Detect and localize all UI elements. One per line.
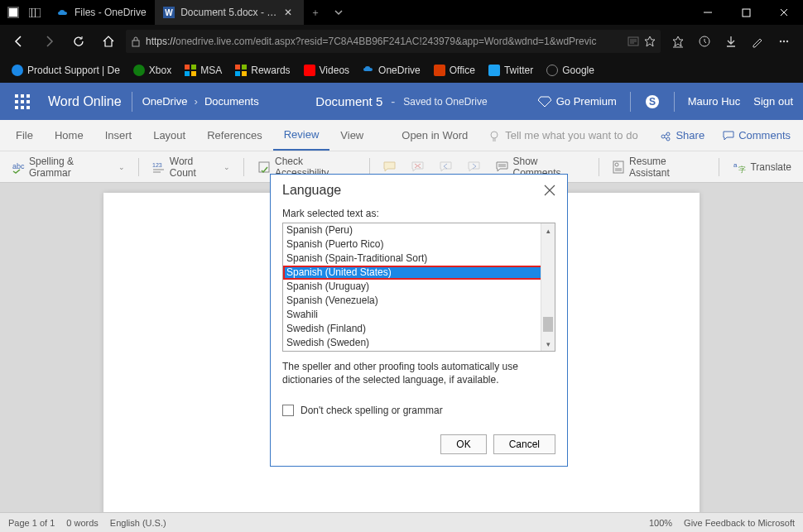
tell-me-input[interactable]: Tell me what you want to do	[478, 129, 647, 141]
scroll-thumb[interactable]	[543, 317, 553, 332]
translate-button[interactable]: a字 Translate	[728, 157, 796, 177]
status-words[interactable]: 0 words	[66, 518, 99, 528]
back-button[interactable]	[7, 29, 31, 54]
go-premium-button[interactable]: Go Premium	[538, 95, 617, 108]
window-titlebar: Files - OneDrive W Document 5.docx - Mic…	[0, 0, 803, 25]
list-item[interactable]: Syriac	[283, 350, 555, 352]
address-bar: https://onedrive.live.com/edit.aspx?resi…	[0, 25, 803, 58]
spelling-button[interactable]: abc Spelling & Grammar⌄	[7, 152, 130, 182]
svg-rect-8	[743, 9, 750, 17]
wordcount-button[interactable]: 123 Word Count⌄	[147, 152, 235, 182]
list-item[interactable]: Spanish (Puerto Rico)	[283, 237, 555, 252]
bookmark-twitter[interactable]: Twitter	[483, 62, 538, 79]
status-zoom[interactable]: 100%	[649, 518, 672, 528]
scrollbar[interactable]: ▴ ▾	[541, 223, 555, 351]
tab-references[interactable]: References	[196, 120, 272, 151]
close-button[interactable]	[765, 0, 803, 25]
tab-chevron-icon[interactable]	[327, 0, 350, 25]
comments-button[interactable]: Comments	[715, 125, 798, 146]
document-title: Document 5 - Saved to OneDrive	[315, 94, 487, 108]
new-tab-button[interactable]: ＋	[304, 0, 327, 25]
list-item[interactable]: Spanish (Venezuela)	[283, 294, 555, 308]
list-item[interactable]: Spanish (Peru)	[283, 223, 555, 237]
bookmark-videos[interactable]: Videos	[299, 62, 354, 79]
favorite-icon[interactable]	[644, 36, 656, 47]
favorites-icon[interactable]	[666, 29, 690, 54]
scroll-down-icon[interactable]: ▾	[541, 337, 555, 351]
tabs-icon[interactable]	[28, 6, 41, 19]
tab-review[interactable]: Review	[273, 120, 330, 151]
svg-text:S: S	[649, 96, 656, 108]
home-button[interactable]	[96, 29, 121, 54]
more-icon[interactable]	[772, 29, 796, 54]
notes-icon[interactable]	[745, 29, 770, 54]
svg-text:W: W	[166, 8, 174, 17]
svg-rect-21	[185, 71, 190, 76]
browser-tab-onedrive[interactable]: Files - OneDrive	[48, 0, 155, 25]
status-page[interactable]: Page 1 of 1	[8, 518, 55, 528]
tab-view[interactable]: View	[329, 120, 374, 151]
list-item[interactable]: Swahili	[283, 308, 555, 322]
forward-button[interactable]	[36, 29, 61, 54]
list-item[interactable]: Spanish (Spain-Traditional Sort)	[283, 252, 555, 266]
tab-layout[interactable]: Layout	[142, 120, 196, 151]
downloads-icon[interactable]	[719, 29, 743, 54]
maximize-button[interactable]	[727, 0, 765, 25]
list-item[interactable]: Swedish (Finland)	[283, 322, 555, 336]
app-name[interactable]: Word Online	[38, 94, 132, 109]
browser-tab-document[interactable]: W Document 5.docx - Mic ✕	[155, 0, 304, 25]
svg-rect-20	[191, 65, 196, 69]
bookmark-msa[interactable]: MSA	[180, 62, 227, 79]
list-item-selected[interactable]: Spanish (United States)	[283, 266, 555, 280]
history-icon[interactable]	[692, 29, 717, 54]
breadcrumb-onedrive[interactable]: OneDrive	[142, 95, 188, 108]
bookmark-label: MSA	[200, 65, 222, 76]
dont-check-row[interactable]: Don't check spelling or grammar	[282, 405, 555, 416]
tab-file[interactable]: File	[5, 120, 44, 151]
bulb-icon	[488, 130, 500, 141]
new-comment-icon	[383, 161, 397, 174]
bookmark-google[interactable]: Google	[541, 62, 599, 79]
status-language[interactable]: English (U.S.)	[110, 518, 166, 528]
list-item[interactable]: Spanish (Uruguay)	[283, 280, 555, 294]
language-listbox[interactable]: Spanish (Peru) Spanish (Puerto Rico) Spa…	[282, 223, 555, 352]
titlebar-left	[0, 6, 41, 19]
tab-insert[interactable]: Insert	[94, 120, 143, 151]
bookmark-product-support[interactable]: Product Support | De	[7, 62, 125, 79]
share-button[interactable]: Share	[652, 125, 712, 146]
tab-close-icon[interactable]: ✕	[284, 7, 296, 18]
ok-button[interactable]: OK	[440, 434, 486, 454]
tab-home[interactable]: Home	[44, 120, 94, 151]
bookmark-onedrive[interactable]: OneDrive	[358, 62, 426, 79]
reader-icon[interactable]	[627, 36, 639, 47]
user-name[interactable]: Mauro Huc	[688, 95, 741, 108]
scroll-up-icon[interactable]: ▴	[541, 223, 555, 237]
list-item[interactable]: Swedish (Sweden)	[283, 336, 555, 350]
minimize-button[interactable]	[689, 0, 727, 25]
app-launcher-icon[interactable]	[7, 94, 38, 109]
svg-text:字: 字	[738, 165, 746, 174]
url-input[interactable]: https://onedrive.live.com/edit.aspx?resi…	[126, 30, 661, 53]
cancel-button[interactable]: Cancel	[493, 434, 555, 454]
resume-assistant-button[interactable]: Resume Assistant	[608, 152, 711, 182]
url-text: https://onedrive.live.com/edit.aspx?resi…	[146, 36, 623, 47]
breadcrumb-documents[interactable]: Documents	[204, 95, 259, 108]
doc-name[interactable]: Document 5	[315, 94, 382, 108]
feedback-link[interactable]: Give Feedback to Microsoft	[684, 518, 795, 528]
skype-icon[interactable]: S	[644, 93, 661, 110]
open-in-word[interactable]: Open in Word	[391, 120, 478, 151]
checkbox[interactable]	[282, 405, 294, 416]
language-dialog: Language Mark selected text as: Spanish …	[270, 174, 568, 467]
bookmark-rewards[interactable]: Rewards	[230, 62, 295, 79]
svg-rect-31	[21, 100, 24, 103]
resume-icon	[613, 161, 625, 174]
refresh-button[interactable]	[66, 29, 91, 54]
bookmark-xbox[interactable]: Xbox	[128, 62, 176, 79]
close-icon[interactable]	[544, 185, 555, 196]
show-comments-icon	[496, 161, 509, 174]
signout-link[interactable]: Sign out	[753, 95, 793, 108]
bookmark-label: Rewards	[251, 65, 290, 76]
scroll-track[interactable]	[541, 237, 555, 337]
svg-point-49	[615, 163, 618, 166]
bookmark-office[interactable]: Office	[429, 62, 480, 79]
